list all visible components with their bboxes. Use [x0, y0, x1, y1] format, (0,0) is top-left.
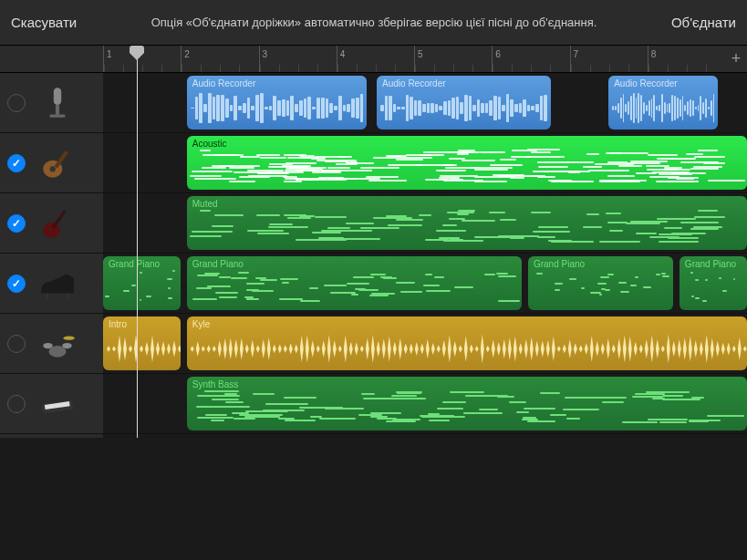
track-select-checkbox[interactable]: [7, 395, 26, 413]
track-select-checkbox[interactable]: [7, 154, 26, 172]
track-header-vocal[interactable]: [0, 73, 103, 133]
waveform: [191, 331, 743, 367]
ruler-tick: [220, 65, 239, 72]
region-label: Grand Piano: [534, 259, 585, 269]
track-lane-bass[interactable]: Muted: [103, 193, 747, 254]
ruler-tick: [550, 65, 569, 72]
ruler-spacer: [0, 46, 103, 72]
info-text: Опція «Об'єднати доріжки» автоматично зб…: [77, 16, 671, 29]
track-header-guitar[interactable]: [0, 133, 103, 193]
microphone-icon: [38, 84, 77, 122]
ruler-segment[interactable]: 8: [648, 46, 725, 72]
ruler-tick: [434, 65, 453, 72]
track-headers: [0, 73, 103, 438]
track-instrument-icon: [35, 201, 80, 246]
ruler-segment[interactable]: 5: [414, 46, 492, 72]
region-label: Intro: [109, 319, 127, 329]
region[interactable]: Audio Recorder: [187, 76, 368, 130]
midi-notes: [189, 209, 745, 247]
svg-point-6: [43, 222, 60, 237]
midi-notes: [681, 269, 745, 307]
ruler-tick: [512, 65, 531, 72]
waveform: [612, 90, 714, 126]
track-lane-drums[interactable]: IntroKyle: [103, 314, 747, 374]
track-lane-piano[interactable]: Grand PianoGrand PianoGrand PianoGrand P…: [103, 254, 747, 314]
ruler-tick: [531, 65, 550, 72]
ruler-number: 1: [107, 49, 112, 59]
region[interactable]: Audio Recorder: [377, 76, 551, 130]
region[interactable]: Grand Piano: [680, 256, 747, 310]
svg-rect-2: [50, 114, 66, 117]
track-select-checkbox[interactable]: [7, 94, 26, 112]
ruler-segment[interactable]: 7: [570, 46, 648, 72]
track-instrument-icon: [35, 261, 80, 306]
region[interactable]: Kyle: [187, 316, 747, 370]
track-instrument-icon: [35, 140, 80, 186]
track-select-checkbox[interactable]: [7, 335, 26, 353]
region-label: Audio Recorder: [382, 78, 445, 88]
ruler-tick: [648, 65, 668, 72]
track-lane-synth[interactable]: Synth Bass: [103, 374, 747, 434]
timeline-ruler[interactable]: 12345678 +: [0, 46, 747, 73]
ruler-tick: [142, 65, 161, 72]
track-header-piano[interactable]: [0, 254, 103, 314]
region[interactable]: Grand Piano: [187, 256, 522, 310]
track-lane-vocal[interactable]: Audio RecorderAudio RecorderAudio Record…: [103, 73, 747, 133]
header-bar: Скасувати Опція «Об'єднати доріжки» авто…: [0, 0, 747, 46]
ruler-tick: [415, 65, 434, 72]
ruler-tick: [279, 65, 298, 72]
track-instrument-icon: [35, 80, 80, 126]
track-lanes[interactable]: Audio RecorderAudio RecorderAudio Record…: [103, 73, 747, 438]
svg-rect-8: [46, 293, 47, 298]
track-header-bass[interactable]: [0, 193, 103, 254]
region[interactable]: Intro: [103, 316, 181, 370]
ruler-tick: [123, 65, 142, 72]
region-label: Grand Piano: [192, 259, 244, 269]
ruler-tick: [317, 65, 337, 72]
ruler-tick: [395, 65, 414, 72]
svg-rect-9: [67, 293, 69, 298]
cancel-button[interactable]: Скасувати: [11, 15, 77, 30]
waveform: [107, 331, 177, 367]
track-instrument-icon: [35, 321, 80, 367]
ruler-number: 4: [340, 49, 346, 59]
ruler-segment[interactable]: 4: [337, 46, 414, 72]
ruler-segment[interactable]: 3: [259, 46, 337, 72]
midi-notes: [189, 389, 745, 428]
svg-rect-7: [52, 210, 67, 229]
svg-rect-0: [54, 88, 61, 105]
ruler-tick: [298, 65, 317, 72]
ruler-number: 8: [651, 49, 657, 59]
ruler-tick: [493, 65, 512, 72]
region[interactable]: Muted: [187, 196, 747, 250]
ruler-tick: [590, 65, 609, 72]
region-label: Grand Piano: [109, 259, 160, 269]
ruler-tick: [668, 65, 687, 72]
svg-point-12: [62, 342, 72, 347]
region[interactable]: Grand Piano: [103, 256, 181, 310]
region[interactable]: Synth Bass: [187, 377, 747, 430]
add-track-button[interactable]: +: [725, 46, 747, 72]
merge-button[interactable]: Об'єднати: [671, 15, 736, 30]
ruler-segment[interactable]: 2: [181, 46, 258, 72]
ruler-segment[interactable]: 6: [492, 46, 569, 72]
svg-point-4: [50, 166, 56, 171]
region[interactable]: Audio Recorder: [608, 76, 718, 130]
region[interactable]: Grand Piano: [528, 256, 673, 310]
track-header-synth[interactable]: [0, 374, 103, 434]
guitar-icon: [38, 144, 77, 182]
svg-point-11: [43, 342, 53, 347]
ruler-tick: [609, 65, 628, 72]
waveform: [380, 90, 547, 126]
region[interactable]: Acoustic: [187, 136, 747, 190]
ruler-tick: [182, 65, 201, 72]
svg-point-13: [63, 336, 75, 339]
track-header-drums[interactable]: [0, 314, 103, 374]
ruler-tick: [260, 65, 279, 72]
track-select-checkbox[interactable]: [7, 275, 26, 293]
ruler-tick: [161, 65, 181, 72]
playhead[interactable]: [137, 46, 138, 438]
track-lane-guitar[interactable]: Acoustic: [103, 133, 747, 193]
track-select-checkbox[interactable]: [7, 214, 26, 233]
ruler-tick: [687, 65, 706, 72]
